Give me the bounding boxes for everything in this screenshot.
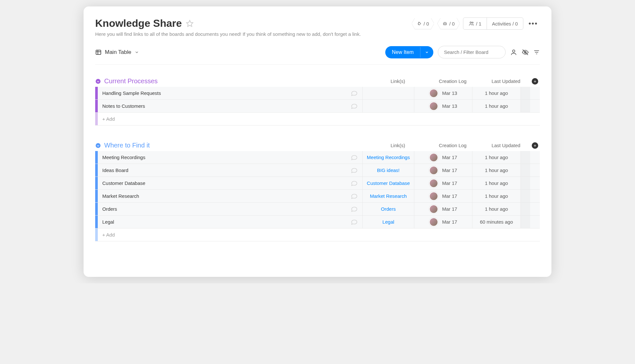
row-end bbox=[520, 164, 530, 177]
row-accent bbox=[95, 151, 98, 164]
row-name[interactable]: Market Research bbox=[98, 193, 346, 199]
svg-marker-0 bbox=[186, 20, 193, 26]
chat-icon[interactable] bbox=[346, 180, 362, 187]
avatar[interactable] bbox=[429, 217, 438, 227]
svg-point-5 bbox=[472, 22, 473, 23]
new-item-dropdown[interactable] bbox=[420, 47, 433, 57]
table-row[interactable]: OrdersOrdersMar 171 hour ago bbox=[95, 203, 540, 216]
row-link-cell[interactable]: Customer Database bbox=[362, 177, 414, 189]
avatar[interactable] bbox=[429, 153, 438, 162]
search-input[interactable] bbox=[438, 46, 506, 58]
column-header-last-updated[interactable]: Last Updated bbox=[482, 78, 530, 84]
add-row-label: + Add bbox=[98, 116, 115, 122]
avatar[interactable] bbox=[429, 166, 438, 175]
people-icon bbox=[469, 21, 474, 26]
table-row[interactable]: Notes to CustomersMar 131 hour ago bbox=[95, 100, 540, 113]
person-filter-icon[interactable] bbox=[510, 49, 517, 56]
row-accent bbox=[95, 164, 98, 177]
row-link-cell[interactable] bbox=[362, 100, 414, 112]
chat-icon[interactable] bbox=[346, 218, 362, 226]
table-row[interactable]: LegalLegalMar 1760 minutes ago bbox=[95, 216, 540, 228]
column-header-creation-log[interactable]: Creation Log bbox=[424, 78, 482, 84]
row-name[interactable]: Customer Database bbox=[98, 180, 346, 186]
row-link-cell[interactable] bbox=[362, 87, 414, 99]
row-creation-log: Mar 17 bbox=[414, 177, 472, 189]
filter-icon[interactable] bbox=[533, 49, 540, 56]
integrations-button[interactable]: / 0 bbox=[412, 18, 434, 29]
column-header-links[interactable]: Link(s) bbox=[372, 78, 424, 84]
add-row-label: + Add bbox=[98, 232, 115, 238]
row-link-cell[interactable]: Legal bbox=[362, 216, 414, 228]
group-title[interactable]: Current Processes bbox=[104, 77, 158, 85]
row-link-cell[interactable]: Market Research bbox=[362, 190, 414, 202]
activities-button[interactable]: Activities / 0 bbox=[487, 18, 523, 29]
board-window: Knowledge Share Here you will find links… bbox=[84, 6, 551, 277]
table-row[interactable]: Market ResearchMarket ResearchMar 171 ho… bbox=[95, 190, 540, 203]
avatar[interactable] bbox=[429, 192, 438, 201]
members-button[interactable]: / 1 bbox=[463, 18, 487, 29]
new-item-button[interactable]: New Item bbox=[385, 46, 433, 58]
add-column[interactable]: + bbox=[530, 142, 540, 149]
avatar[interactable] bbox=[429, 179, 438, 188]
chat-icon[interactable] bbox=[346, 103, 362, 110]
row-creation-log: Mar 17 bbox=[414, 203, 472, 215]
column-header-creation-log[interactable]: Creation Log bbox=[424, 143, 482, 148]
row-name[interactable]: Notes to Customers bbox=[98, 103, 346, 109]
row-end bbox=[520, 177, 530, 189]
column-header-last-updated[interactable]: Last Updated bbox=[482, 143, 530, 148]
column-header-links[interactable]: Link(s) bbox=[372, 143, 424, 148]
chat-icon[interactable] bbox=[346, 154, 362, 161]
row-creation-log: Mar 17 bbox=[414, 164, 472, 177]
chat-icon[interactable] bbox=[346, 167, 362, 174]
add-column[interactable]: + bbox=[530, 78, 540, 85]
hide-icon[interactable] bbox=[522, 49, 529, 56]
robot-icon bbox=[442, 21, 448, 26]
row-last-updated: 1 hour ago bbox=[472, 87, 520, 99]
group: Where to Find itLink(s)Creation LogLast … bbox=[95, 142, 540, 241]
svg-point-4 bbox=[470, 22, 472, 24]
header: Knowledge Share Here you will find links… bbox=[95, 17, 540, 37]
row-accent bbox=[95, 228, 98, 241]
row-name[interactable]: Meeting Recordings bbox=[98, 155, 346, 160]
avatar[interactable] bbox=[429, 205, 438, 214]
row-end bbox=[520, 87, 530, 99]
row-name[interactable]: Handling Sample Requests bbox=[98, 90, 346, 96]
table-row[interactable]: Meeting RecordingsMeeting RecordingsMar … bbox=[95, 151, 540, 164]
svg-rect-6 bbox=[96, 50, 101, 54]
row-end bbox=[520, 203, 530, 215]
avatar[interactable] bbox=[429, 89, 438, 98]
chat-icon[interactable] bbox=[346, 193, 362, 200]
chat-icon[interactable] bbox=[346, 206, 362, 213]
row-last-updated: 1 hour ago bbox=[472, 151, 520, 164]
row-name[interactable]: Legal bbox=[98, 219, 346, 225]
favorite-star-icon[interactable] bbox=[186, 20, 194, 27]
avatar[interactable] bbox=[429, 102, 438, 111]
svg-point-13 bbox=[96, 79, 101, 84]
row-link-cell[interactable]: Meeting Recordings bbox=[362, 151, 414, 164]
add-row[interactable]: + Add bbox=[95, 228, 540, 241]
group: Current ProcessesLink(s)Creation LogLast… bbox=[95, 77, 540, 126]
table-row[interactable]: Handling Sample RequestsMar 131 hour ago bbox=[95, 87, 540, 100]
table-icon bbox=[95, 49, 102, 56]
row-name[interactable]: Orders bbox=[98, 206, 346, 212]
automations-button[interactable]: / 0 bbox=[437, 18, 460, 29]
members-activities-group: / 1 Activities / 0 bbox=[463, 17, 523, 30]
view-selector[interactable]: Main Table bbox=[95, 49, 139, 56]
row-name[interactable]: Ideas Board bbox=[98, 167, 346, 173]
row-end bbox=[520, 100, 530, 112]
collapse-icon[interactable] bbox=[95, 143, 101, 148]
add-row[interactable]: + Add bbox=[95, 113, 540, 126]
table-row[interactable]: Customer DatabaseCustomer DatabaseMar 17… bbox=[95, 177, 540, 190]
row-link-cell[interactable]: Orders bbox=[362, 203, 414, 215]
row-creation-log: Mar 17 bbox=[414, 216, 472, 228]
table-row[interactable]: Ideas BoardBIG ideas!Mar 171 hour ago bbox=[95, 164, 540, 177]
row-link-cell[interactable]: BIG ideas! bbox=[362, 164, 414, 177]
collapse-icon[interactable] bbox=[95, 78, 101, 84]
more-menu-icon[interactable]: ••• bbox=[527, 19, 540, 28]
row-accent bbox=[95, 216, 98, 228]
row-end bbox=[520, 216, 530, 228]
plus-icon: + bbox=[532, 78, 538, 85]
row-last-updated: 60 minutes ago bbox=[472, 216, 520, 228]
chat-icon[interactable] bbox=[346, 90, 362, 97]
group-title[interactable]: Where to Find it bbox=[104, 142, 150, 149]
